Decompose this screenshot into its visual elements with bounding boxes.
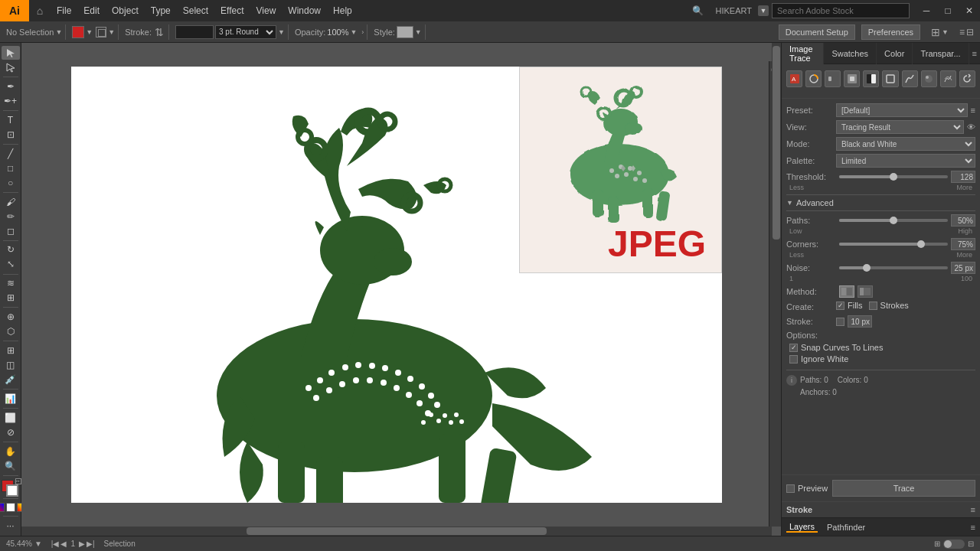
rect-tool[interactable]: □ [2,161,20,175]
gradient-tool[interactable]: ◫ [2,358,20,372]
view-select[interactable]: Tracing Result [836,120,964,134]
more-tools-button[interactable]: ··· [2,519,20,533]
advanced-section-header[interactable]: ▼ Advanced [786,194,975,211]
threshold-input[interactable] [951,171,975,183]
trace-icon-low-color[interactable] [825,70,841,87]
panel-tab-color[interactable]: Color [877,43,913,64]
graph-tool[interactable]: 📊 [2,392,20,406]
threshold-thumb[interactable] [890,173,897,181]
page-first-button[interactable]: |◀ [51,540,60,548]
line-tool[interactable]: ╱ [2,147,20,161]
fill-dropdown-icon[interactable]: ▼ [86,28,93,36]
stroke-width-select[interactable]: 3 pt. Round [215,25,276,39]
arrange-dropdown[interactable]: ▼ [942,28,949,36]
mode-select[interactable]: Black and White [836,137,975,151]
fill-swatch[interactable] [72,26,84,38]
page-last-button[interactable]: ▶| [87,540,95,548]
scale-tool[interactable]: ⤡ [2,257,20,271]
ignore-white-checkbox[interactable] [789,355,798,364]
stroke-size-checkbox[interactable] [836,318,844,326]
free-transform-tool[interactable]: ⊞ [2,291,20,305]
threshold-track[interactable] [839,175,948,178]
type-tool[interactable]: T [2,113,20,127]
eyedropper-tool[interactable]: 💉 [2,373,20,386]
stroke-section-menu[interactable]: ≡ [971,505,975,514]
view-eye-icon[interactable]: 👁 [967,122,975,132]
opacity-dropdown-icon[interactable]: ▼ [350,28,357,36]
close-button[interactable]: ✕ [959,0,980,21]
stroke-up-down[interactable]: ⇅ [155,26,164,38]
restore-button[interactable]: □ [937,0,959,21]
corners-track[interactable] [839,243,948,246]
stroke-swatch[interactable] [96,27,106,37]
stroke-dropdown-icon[interactable]: ▼ [108,28,115,36]
h-scroll-thumb[interactable] [247,527,547,535]
menu-view[interactable]: View [250,0,283,21]
canvas-scroll-v[interactable] [772,43,781,527]
trace-icon-bw[interactable] [863,70,879,87]
trace-icon-color[interactable] [805,70,822,87]
trace-icon-reset[interactable] [959,70,975,87]
preferences-button[interactable]: Preferences [861,24,920,40]
snap-curves-checkbox[interactable] [789,344,798,352]
fills-checkbox[interactable] [836,302,844,310]
trace-icon-detail[interactable] [902,70,918,87]
zoom-dropdown-icon[interactable]: ▼ [34,540,42,548]
area-type-tool[interactable]: ⊡ [2,128,20,142]
live-paint-tool[interactable]: ⬡ [2,324,20,338]
preview-checkbox[interactable] [786,484,795,493]
rotate-tool[interactable]: ↻ [2,243,20,256]
panel-menu-icon[interactable]: ≡ [969,49,980,58]
trace-icon-outline[interactable] [882,70,898,87]
opacity-more-icon[interactable]: › [361,28,364,36]
stroke-size-input[interactable] [848,315,872,328]
layout-button[interactable]: ⊟ [966,27,974,37]
slice-tool[interactable]: ⊘ [2,425,20,439]
strokes-checkbox[interactable] [869,302,877,310]
page-next-button[interactable]: ▶ [79,540,85,548]
corners-thumb[interactable] [917,240,925,248]
search-input[interactable] [772,3,910,18]
minimize-button[interactable]: ─ [916,0,937,21]
trace-icon-shaded[interactable] [921,70,937,87]
noise-input[interactable] [951,262,975,274]
fill-stroke-widget[interactable]: ↔ [2,480,20,495]
doc-setup-button[interactable]: Document Setup [779,24,855,40]
style-dropdown-icon[interactable]: ▼ [415,28,422,36]
workspace-button[interactable]: ≡ [959,27,965,37]
add-anchor-tool[interactable]: ✒+ [2,94,20,108]
color-icon[interactable] [0,503,5,512]
artboard-tool[interactable]: ⬜ [2,411,20,425]
pen-tool[interactable]: ✒ [2,80,20,93]
panel-tab-swatches[interactable]: Swatches [824,43,877,64]
home-icon[interactable]: ⌂ [29,0,51,21]
mesh-tool[interactable]: ⊞ [2,344,20,357]
info-icon[interactable]: i [786,375,797,386]
preset-options-icon[interactable]: ≡ [971,106,975,115]
selection-dropdown-icon[interactable]: ▼ [55,28,62,36]
direct-selection-tool[interactable] [2,60,20,74]
menu-help[interactable]: Help [327,0,358,21]
preset-select[interactable]: [Default] [836,103,968,117]
style-swatch[interactable] [397,26,413,38]
menu-object[interactable]: Object [106,0,145,21]
hand-tool[interactable]: ✋ [2,445,20,458]
palette-select[interactable]: Limited [836,154,975,168]
page-prev-button[interactable]: ◀ [60,540,67,548]
bottom-tab-pathfinder[interactable]: Pathfinder [824,523,868,532]
menu-window[interactable]: Window [282,0,327,21]
panel-tab-image-trace[interactable]: Image Trace [782,43,824,64]
user-dropdown-icon[interactable]: ▼ [758,5,769,16]
shape-builder-tool[interactable]: ⊕ [2,310,20,324]
menu-select[interactable]: Select [177,0,214,21]
panel-tab-transparency[interactable]: Transpar... [913,43,969,64]
trace-icon-lineart[interactable] [940,70,956,87]
method-icon-overlapping[interactable] [858,285,873,298]
noise-track[interactable] [839,266,948,269]
pencil-tool[interactable]: ✏ [2,210,20,223]
selection-tool[interactable] [2,46,20,60]
corners-input[interactable] [951,238,975,250]
v-scroll-thumb[interactable] [773,46,780,240]
stroke-width-dropdown[interactable]: ▼ [278,28,285,36]
menu-file[interactable]: File [51,0,77,21]
